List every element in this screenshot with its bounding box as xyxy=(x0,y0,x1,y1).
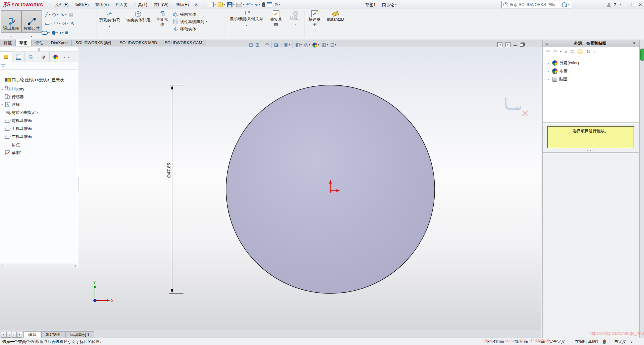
undo-button[interactable]: ↶▾ xyxy=(246,2,253,8)
last-tab-icon[interactable]: ⏵ xyxy=(17,332,22,338)
tree-splitter[interactable] xyxy=(0,47,78,52)
search-icon[interactable] xyxy=(562,2,567,7)
units-caret-icon[interactable]: ▴ xyxy=(631,340,636,343)
display-style-button[interactable]: ◧▾ xyxy=(295,42,302,48)
next-tab-icon[interactable]: ▸ xyxy=(12,332,17,338)
tab-model[interactable]: 模型 xyxy=(23,331,41,338)
save-button[interactable]: ▾ xyxy=(227,2,235,8)
diameter-dimension[interactable]: ∅47.85 xyxy=(166,85,183,293)
hide-show-items-button[interactable]: ◎▾ xyxy=(304,42,310,48)
tree-item-material[interactable]: 材质 <未指定> xyxy=(0,109,78,116)
polygon-tool[interactable]: ▾ xyxy=(52,31,58,35)
view-settings-button[interactable]: ⊟▾ xyxy=(330,42,336,48)
login-user-icon[interactable] xyxy=(607,3,610,7)
tree-item-appearance[interactable]: › 外观(color) xyxy=(543,59,639,67)
spline-tool[interactable]: ∿▾ xyxy=(60,12,67,17)
tab-sw-cam[interactable]: SOLIDWORKS CAM xyxy=(161,40,206,46)
mirror-entities-button[interactable]: 镜向实体 xyxy=(173,11,207,17)
tag-button[interactable] xyxy=(636,339,644,344)
tab-dimxpert[interactable]: DimXpert xyxy=(47,40,72,46)
zoom-fit-button[interactable]: ⊡ xyxy=(249,42,253,48)
units-selector[interactable]: 自定义 xyxy=(609,339,631,344)
point-tool[interactable]: ▾ xyxy=(60,31,63,34)
cancel-sketch-icon[interactable]: ✕ xyxy=(521,108,529,119)
graphics-area[interactable]: ∅47.85 Y X *前视 ↵ ✕ xyxy=(0,47,541,330)
tab-sketch[interactable]: 草图 xyxy=(16,40,32,46)
expand-arrow-icon[interactable]: ▸ xyxy=(0,87,5,91)
restore-button[interactable] xyxy=(632,3,635,6)
tab-sw-mbd[interactable]: SOLIDWORKS MBD xyxy=(116,40,161,46)
file-properties-button[interactable] xyxy=(266,2,273,8)
line-tool[interactable]: ╱▾ xyxy=(45,12,50,17)
section-view-button[interactable]: ◪ xyxy=(274,42,279,48)
confirm-exit-sketch-icon[interactable]: ↵ xyxy=(505,97,520,110)
zoom-area-button[interactable]: ⊞ xyxy=(256,42,260,48)
tabs-scroll-right-icon[interactable]: ▸ xyxy=(66,52,71,62)
exit-sketch-button[interactable]: 退出草图 xyxy=(1,10,21,33)
dimension-value[interactable]: ∅47.85 xyxy=(166,163,171,178)
tab-motion-study[interactable]: 运动算例 1 xyxy=(65,331,94,338)
rectangle-tool[interactable]: ▭▾ xyxy=(45,21,52,26)
convert-entities-button[interactable]: 转换实体引用 xyxy=(123,10,153,23)
menu-file[interactable]: 文件(F) xyxy=(52,0,72,9)
tree-item-sketch1[interactable]: 草图1 xyxy=(0,149,78,156)
menu-view[interactable]: 视图(V) xyxy=(92,0,112,9)
print-button[interactable]: ▾ xyxy=(236,1,245,8)
tree-item-origin[interactable]: ⌐ 原点 xyxy=(0,141,78,148)
pin-pane-icon[interactable]: ✈ xyxy=(629,39,639,48)
edit-appearance-button[interactable]: ▾ xyxy=(312,43,319,48)
scroll-right-icon[interactable]: ▸ xyxy=(74,264,77,267)
trim-caret-icon[interactable]: ▾ xyxy=(109,25,110,28)
rebuild-button[interactable] xyxy=(262,2,266,8)
expand-arrow-icon[interactable]: ▸ xyxy=(0,103,5,106)
display-delete-relations-button[interactable]: ⊥◉ 显示/删除几何关系 ▾ xyxy=(227,10,266,27)
minimize-button[interactable]: — xyxy=(624,2,628,7)
ellipse-tool[interactable]: ⊘▾ xyxy=(62,21,68,26)
tab-dimxpert-manager[interactable]: ⊕ xyxy=(37,52,50,62)
open-button[interactable]: ↴▾ xyxy=(217,2,226,8)
tab-evaluate[interactable]: 评估 xyxy=(32,40,47,46)
menu-help[interactable]: 帮助(H) xyxy=(172,0,192,9)
first-tab-icon[interactable]: ⏴ xyxy=(1,332,6,338)
history-caret-icon[interactable]: ▾ xyxy=(560,50,561,53)
help-search-box[interactable]: ? 搜索 SOLIDWORKS 帮助 ▾ xyxy=(501,1,571,8)
refresh-icon[interactable]: ↻ xyxy=(586,49,590,54)
help-caret-icon[interactable]: ▾ xyxy=(620,3,621,6)
offset-entities-button[interactable]: 等距实体 xyxy=(154,10,170,27)
plane-tool[interactable] xyxy=(65,31,68,34)
close-button[interactable]: ✕ xyxy=(639,2,642,7)
tab-property-manager[interactable] xyxy=(12,52,25,62)
smart-dimension-caret-icon[interactable]: ▾ xyxy=(21,33,41,38)
tree-item-front-plane[interactable]: 前视基准面 xyxy=(0,117,78,124)
help-button[interactable]: ? xyxy=(614,2,616,7)
relations-caret-icon[interactable]: ▾ xyxy=(246,24,247,27)
arc-tool[interactable]: ◠▾ xyxy=(54,21,60,26)
options-button[interactable]: ⚙▾ xyxy=(273,1,281,8)
doc-minimize-icon[interactable] xyxy=(514,45,517,46)
circle-tool[interactable]: ⊙▾ xyxy=(52,12,58,17)
tab-features[interactable]: 特征 xyxy=(0,40,16,46)
pattern-caret-icon[interactable]: ▾ xyxy=(206,20,207,23)
tree-item-sensors[interactable]: 传感器 xyxy=(0,93,78,100)
scroll-left-icon[interactable]: ◂ xyxy=(0,264,3,267)
tree-root-item[interactable]: 同步轮 (默认<<默认>_显示状 xyxy=(0,77,78,83)
expand-chevron-icon[interactable]: › xyxy=(547,61,550,66)
text-tool[interactable]: A xyxy=(70,21,74,26)
pane-resize-grip[interactable]: ▲▲▲ xyxy=(543,149,639,151)
tree-item-right-plane[interactable]: 右视基准面 xyxy=(0,133,78,140)
tab-sw-addins[interactable]: SOLIDWORKS 插件 xyxy=(72,40,116,46)
tab-display-manager[interactable] xyxy=(50,52,62,62)
menu-window[interactable]: 窗口(W) xyxy=(151,0,172,9)
linear-sketch-pattern-button[interactable]: 线性草图阵列 ▾ xyxy=(173,19,207,25)
apply-scene-button[interactable]: ▦▾ xyxy=(321,42,328,48)
view-orientation-button[interactable]: ▣▾ xyxy=(284,42,290,48)
search-options-caret-icon[interactable]: ▾ xyxy=(568,3,570,6)
tab-feature-tree[interactable] xyxy=(0,52,12,62)
previous-view-button[interactable]: ↶ xyxy=(265,42,269,48)
menu-tools[interactable]: 工具(T) xyxy=(131,0,151,9)
trim-entities-button[interactable]: ✂ 剪裁实体(T) ▾ xyxy=(98,10,121,28)
tree-item-history[interactable]: ▸ History xyxy=(0,86,78,92)
tree-horizontal-scrollbar[interactable]: ◂ ▸ xyxy=(0,264,77,268)
collapse-pane-icon[interactable]: « xyxy=(543,41,550,46)
filter-icon[interactable]: ▽ xyxy=(1,64,5,68)
